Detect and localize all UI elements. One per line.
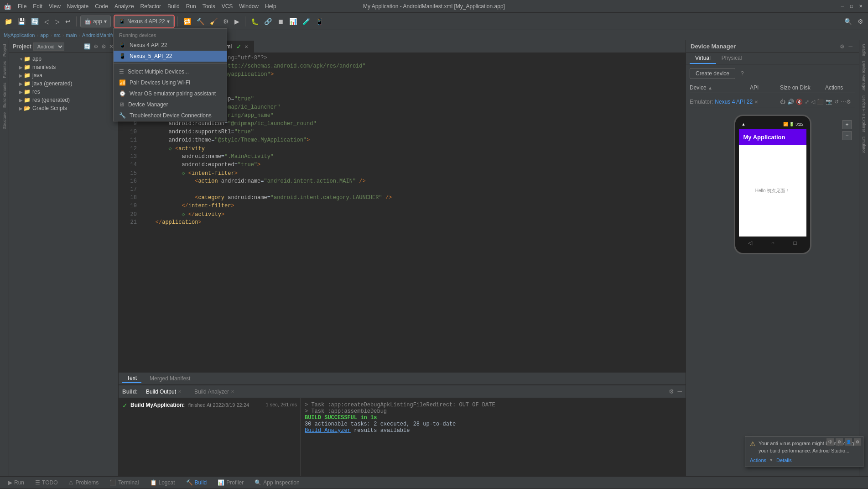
btm-tab-logcat[interactable]: 📋 Logcat	[146, 478, 180, 487]
nav-home-icon[interactable]: ○	[771, 240, 774, 246]
device2-btn[interactable]: 📱	[314, 17, 325, 26]
breadcrumb-item-1[interactable]: app	[40, 32, 48, 38]
dropdown-select-multiple[interactable]: ☰ Select Multiple Devices...	[114, 66, 227, 77]
vtab-device-manager[interactable]: Device Manager	[861, 59, 867, 93]
btm-tab-terminal[interactable]: ⬛ Terminal	[105, 478, 143, 487]
tree-item-res[interactable]: ▶ 📁 res	[9, 88, 118, 96]
build-tab-output[interactable]: Build Output ✕	[141, 388, 186, 396]
menu-code[interactable]: Code	[92, 2, 111, 11]
dropdown-device-nexus4[interactable]: 📱 Nexus 4 API 22	[114, 40, 227, 51]
menu-build[interactable]: Build	[165, 2, 182, 11]
maximize-button[interactable]: □	[848, 3, 855, 10]
notif-icon-globe[interactable]: ⚙	[836, 438, 843, 446]
dm-help-btn[interactable]: ?	[739, 69, 746, 78]
notif-icon-zh[interactable]: 中	[826, 438, 834, 446]
dm-tab-physical[interactable]: Physical	[716, 53, 748, 64]
nav-back-icon[interactable]: ◁	[748, 240, 752, 246]
sidebar-build-variants-tab[interactable]: Build Variants	[1, 81, 8, 110]
menu-vcs[interactable]: VCS	[219, 2, 236, 11]
build-tab-output-close[interactable]: ✕	[178, 389, 182, 394]
dropdown-troubleshoot[interactable]: 🔧 Troubleshoot Device Connections	[114, 110, 227, 121]
btm-tab-run[interactable]: ▶ Run	[4, 478, 29, 487]
tab-merged-manifest[interactable]: Merged Manifest	[145, 374, 195, 383]
build-tab-analyzer[interactable]: Build Analyzer ✕	[190, 388, 239, 396]
minimize-button[interactable]: ─	[839, 3, 846, 10]
vtab-emulator[interactable]: Emulator	[861, 135, 867, 155]
menu-help[interactable]: Help	[262, 2, 279, 11]
dm-settings-row-btn[interactable]: ⚙	[846, 99, 851, 105]
project-mode-select[interactable]: Android	[33, 42, 64, 51]
search-btn[interactable]: 🔍	[842, 17, 854, 26]
notification-actions-link[interactable]: Actions	[750, 457, 766, 463]
dm-settings-btn[interactable]: ⚙	[838, 42, 847, 51]
tree-item-manifests[interactable]: ▶ 📁 manifests	[9, 63, 118, 71]
close-button[interactable]: ✕	[857, 3, 864, 10]
emu-volume-btn[interactable]: 🔊	[787, 99, 794, 105]
coverage-btn[interactable]: 📊	[287, 17, 299, 26]
dropdown-device-manager[interactable]: 🖥 Device Manager	[114, 99, 227, 110]
tree-item-res-gen[interactable]: ▶ 📁 res (generated)	[9, 96, 118, 104]
build-settings-btn[interactable]: ⚙	[669, 388, 674, 395]
dm-col-device-header[interactable]: Device ▲	[690, 84, 750, 91]
dm-col-api-header[interactable]: API	[750, 84, 780, 91]
profile-btn[interactable]: ⚙	[221, 17, 231, 26]
breadcrumb-item-0[interactable]: MyApplication	[4, 32, 35, 38]
btm-tab-problems[interactable]: ⚠ Problems	[64, 478, 103, 487]
btm-tab-todo[interactable]: ☰ TODO	[31, 478, 62, 487]
app-selector[interactable]: 🤖 app ▾	[80, 16, 111, 27]
dropdown-wear-os[interactable]: ⌚ Wear OS emulator pairing assistant	[114, 88, 227, 99]
project-gear2-btn[interactable]: ⚙	[100, 42, 107, 51]
tree-item-app[interactable]: ▾ 📁 app	[9, 55, 118, 63]
run-btn[interactable]: ▶	[233, 17, 241, 26]
notif-icon-user[interactable]: 👤	[845, 438, 852, 446]
dropdown-pair-wifi[interactable]: 📶 Pair Devices Using Wi-Fi	[114, 77, 227, 88]
menu-analyze[interactable]: Analyze	[112, 2, 137, 11]
tab-close-1[interactable]: ✕	[244, 44, 248, 49]
device-selector[interactable]: 📱 Nexus 4 API 22 ▾	[114, 16, 174, 27]
test-btn[interactable]: 🧪	[301, 17, 312, 26]
build-minimize-btn[interactable]: ─	[678, 388, 682, 395]
notif-icon-settings[interactable]: ⚙	[854, 438, 861, 446]
btm-tab-profiler[interactable]: 📊 Profiler	[213, 478, 248, 487]
emu-mute-btn[interactable]: 🔇	[796, 99, 803, 105]
dm-close-btn[interactable]: ─	[847, 42, 854, 51]
breadcrumb-item-3[interactable]: main	[66, 32, 77, 38]
clean-btn[interactable]: 🧹	[208, 17, 219, 26]
emu-screenshot-btn[interactable]: 📷	[826, 99, 832, 105]
toolbar-forward-btn[interactable]: ▷	[53, 17, 62, 26]
btm-tab-appinspection[interactable]: 🔍 App Inspection	[250, 478, 304, 487]
emu-more-btn[interactable]: ⋯	[841, 99, 846, 105]
dropdown-device-nexus5[interactable]: 📱 Nexus_5_API_22	[114, 51, 227, 62]
menu-tools[interactable]: Tools	[200, 2, 218, 11]
dm-tab-virtual[interactable]: Virtual	[690, 53, 716, 64]
emulator-name[interactable]: Nexus 4 API 22	[715, 99, 753, 105]
menu-file[interactable]: File	[15, 2, 29, 11]
attach-btn[interactable]: 🔗	[262, 17, 274, 26]
nav-recents-icon[interactable]: □	[794, 240, 797, 246]
zoom-out-btn[interactable]: −	[842, 131, 852, 140]
project-gear-btn[interactable]: ⚙	[93, 42, 99, 51]
dm-row-close-btn[interactable]: ─	[851, 99, 855, 105]
build-analyzer-link[interactable]: Build Analyzer	[305, 427, 351, 434]
emu-refresh-btn[interactable]: ↺	[834, 99, 839, 105]
breadcrumb-item-2[interactable]: src	[54, 32, 61, 38]
tree-item-java-gen[interactable]: ▶ 📁 java (generated)	[9, 79, 118, 88]
toolbar-undo-btn[interactable]: ↩	[63, 17, 73, 26]
toolbar-open-btn[interactable]: 📁	[3, 17, 14, 26]
emu-stop-btn[interactable]: ⬛	[817, 99, 824, 105]
debug-btn[interactable]: 🐛	[249, 17, 260, 26]
vtab-device-file-explorer[interactable]: Device File Explorer	[861, 94, 867, 134]
project-sync-btn[interactable]: 🔄	[83, 42, 92, 51]
notification-details-link[interactable]: Details	[776, 457, 792, 463]
sidebar-favorites-tab[interactable]: Favorites	[1, 59, 8, 80]
toolbar-sync-btn[interactable]: 🔄	[29, 17, 41, 26]
emu-rotate-btn[interactable]: ⤢	[805, 99, 809, 105]
sidebar-structure-tab[interactable]: Structure	[1, 110, 8, 131]
sidebar-project-tab[interactable]: Project	[1, 42, 8, 58]
emulator-close-icon[interactable]: ✕	[754, 100, 758, 105]
emu-prev-btn[interactable]: ◁	[811, 99, 815, 105]
build-tab-analyzer-close[interactable]: ✕	[231, 389, 234, 394]
menu-edit[interactable]: Edit	[30, 2, 45, 11]
toolbar-save-btn[interactable]: 💾	[16, 17, 27, 26]
btm-tab-build[interactable]: 🔨 Build	[182, 478, 212, 487]
